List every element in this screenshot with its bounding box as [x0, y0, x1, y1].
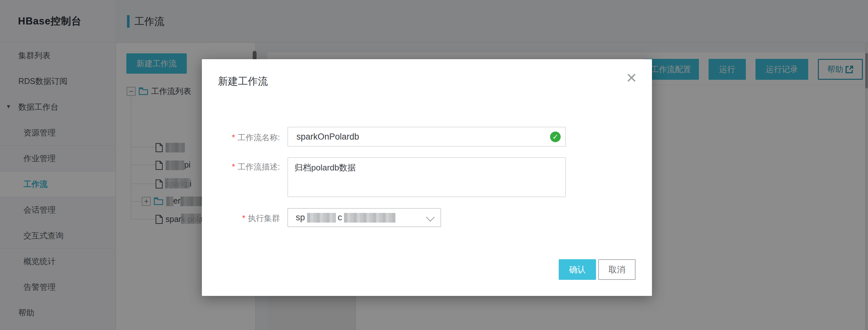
- chevron-down-icon: [426, 213, 435, 221]
- workflow-desc-label: *工作流描述:: [202, 161, 280, 172]
- redaction-mosaic: [307, 213, 336, 222]
- cluster-value-text: c: [338, 213, 342, 222]
- confirm-button[interactable]: 确认: [559, 259, 596, 280]
- required-asterisk: *: [232, 162, 235, 171]
- redaction-mosaic: [344, 213, 396, 222]
- hbase-console-page: HBase控制台 集群列表 RDS数据订阅 ▼ 数据工作台 资源管理 作业管理 …: [0, 0, 868, 330]
- workflow-name-label: *工作流名称:: [202, 132, 280, 143]
- cluster-value-text: sp: [296, 213, 305, 222]
- exec-cluster-select[interactable]: sp c: [287, 208, 441, 227]
- valid-check-icon: ✓: [550, 131, 561, 142]
- close-icon[interactable]: ✕: [626, 71, 637, 85]
- workflow-name-input[interactable]: [287, 127, 566, 147]
- required-asterisk: *: [232, 133, 235, 142]
- exec-cluster-label: *执行集群: [202, 213, 280, 223]
- new-workflow-modal: 新建工作流 ✕ *工作流名称: ✓ *工作流描述: 归档polardb数据 *执…: [202, 59, 652, 296]
- required-asterisk: *: [242, 214, 245, 222]
- modal-title: 新建工作流: [218, 74, 268, 88]
- cancel-button[interactable]: 取消: [598, 259, 636, 280]
- workflow-desc-textarea[interactable]: 归档polardb数据: [287, 157, 566, 197]
